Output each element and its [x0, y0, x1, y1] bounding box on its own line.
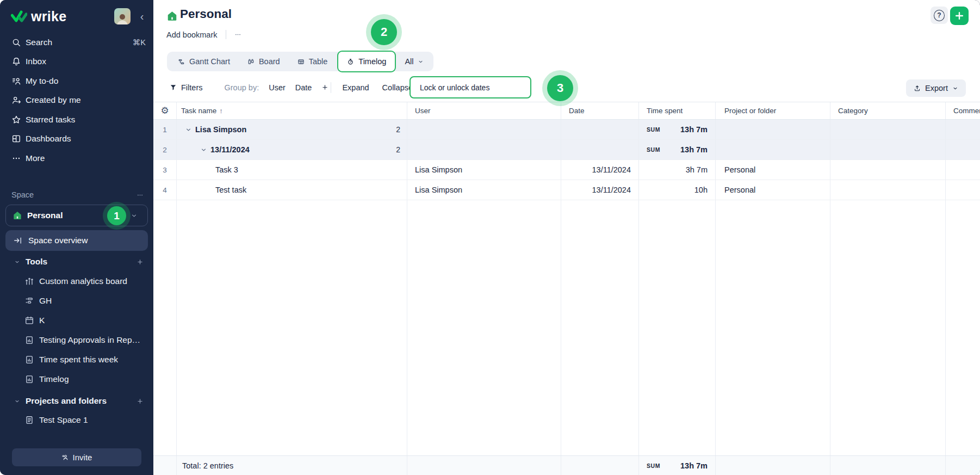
tab-table[interactable]: Table: [289, 52, 337, 71]
table-row[interactable]: 1Lisa Simpson2SUM13h 7m: [153, 120, 980, 140]
column-header-category[interactable]: Category: [830, 102, 946, 119]
calendar-icon: [24, 316, 34, 325]
tool-label: Custom analytics board: [39, 276, 127, 286]
add-grouping-icon[interactable]: [321, 84, 328, 91]
plus-icon: [954, 11, 964, 21]
sidebar-item-time-spent-this-week[interactable]: Time spent this week: [0, 350, 153, 369]
house-icon: [13, 211, 22, 220]
date-cell: [561, 140, 639, 159]
task-name[interactable]: Test task: [181, 186, 246, 194]
sidebar-item-dashboards[interactable]: Dashboards: [0, 129, 153, 149]
task-name[interactable]: Task 3: [181, 165, 238, 174]
space-selector-label: Personal: [27, 211, 63, 220]
time-spent-value: 3h 7m: [686, 165, 708, 174]
gantt-icon: [178, 58, 185, 65]
column-header-time-spent[interactable]: Time spent: [639, 102, 716, 119]
add-tool-icon[interactable]: [137, 258, 144, 266]
filters-button[interactable]: Filters: [181, 83, 202, 92]
table-footer-row: Total: 2 entries SUM 13h 7m: [153, 455, 980, 475]
chevron-down-icon[interactable]: [200, 146, 207, 153]
sidebar-item-my-todo[interactable]: My to-do: [0, 71, 153, 91]
row-number: 3: [153, 160, 177, 180]
all-filter-dropdown[interactable]: All: [397, 57, 431, 66]
sidebar-item-created-by-me[interactable]: Created by me: [0, 91, 153, 110]
task-name-cell[interactable]: 13/11/20242: [177, 140, 407, 159]
projects-section-header[interactable]: Projects and folders: [0, 392, 153, 410]
more-label: More: [26, 153, 45, 163]
group-name: 13/11/2024: [210, 145, 250, 154]
footer-time-spent-cell: SUM 13h 7m: [639, 456, 716, 475]
task-name-cell[interactable]: Task 3: [177, 160, 407, 180]
tool-label: Time spent this week: [39, 355, 118, 365]
time-spent-cell: 10h: [639, 180, 716, 200]
table-row[interactable]: 3Task 3Lisa Simpson13/11/20243h 7mPerson…: [153, 160, 980, 180]
column-header-task-name[interactable]: Task name ↑: [177, 102, 407, 119]
sidebar-item-k[interactable]: K: [0, 311, 153, 330]
column-header-project-or-folder[interactable]: Project or folder: [716, 102, 830, 119]
export-button[interactable]: Export: [906, 79, 966, 97]
board-list-icon: [24, 296, 34, 306]
invite-button[interactable]: Invite: [12, 448, 141, 466]
sidebar-item-more[interactable]: More: [0, 149, 153, 168]
group-by-user-button[interactable]: User: [269, 83, 286, 92]
comment-cell: [946, 160, 980, 180]
sidebar-item-timelog[interactable]: Timelog: [0, 369, 153, 389]
sidebar-collapse-icon[interactable]: ‹: [135, 9, 149, 23]
column-settings-cell[interactable]: ⚙: [153, 102, 177, 119]
search-label: Search: [26, 38, 52, 47]
sidebar-item-space-overview[interactable]: Space overview: [5, 230, 148, 251]
column-header-date[interactable]: Date: [561, 102, 639, 119]
time-spent-value: 13h 7m: [680, 125, 708, 134]
comment-cell: [946, 120, 980, 139]
sidebar-item-search[interactable]: Search ⌘K: [0, 33, 153, 52]
chevron-down-icon: [952, 85, 958, 91]
export-icon: [914, 85, 921, 92]
tool-label: K: [39, 316, 45, 325]
column-header-user[interactable]: User: [407, 102, 561, 119]
table-row[interactable]: 4Test taskLisa Simpson13/11/202410hPerso…: [153, 180, 980, 200]
footer-time-total: 13h 7m: [680, 461, 708, 470]
tools-section-header[interactable]: Tools: [0, 253, 153, 270]
tab-board[interactable]: Board: [239, 52, 289, 71]
collapse-button[interactable]: Collapse: [382, 83, 413, 92]
gear-icon[interactable]: ⚙: [160, 106, 169, 115]
group-by-date-button[interactable]: Date: [295, 83, 312, 92]
project-cell: Personal: [716, 180, 830, 200]
lock-or-unlock-dates-button[interactable]: Lock or unlock dates: [410, 76, 531, 98]
space-options-icon[interactable]: [137, 192, 144, 199]
tab-label: Gantt Chart: [189, 57, 230, 66]
category-cell: [830, 140, 946, 159]
chevron-down-icon[interactable]: [185, 126, 192, 133]
table-row[interactable]: 213/11/20242SUM13h 7m: [153, 140, 980, 160]
invite-label: Invite: [73, 453, 92, 462]
tab-timelog[interactable]: Timelog: [337, 51, 396, 72]
sidebar-item-test-space-1[interactable]: Test Space 1: [0, 410, 153, 430]
group-count: 2: [396, 125, 407, 134]
help-button[interactable]: ?: [931, 7, 948, 24]
dashboards-label: Dashboards: [26, 134, 71, 144]
starred-tasks-label: Starred tasks: [26, 115, 75, 125]
sidebar-item-gh[interactable]: GH: [0, 291, 153, 311]
avatar[interactable]: [114, 8, 131, 24]
tool-label: Timelog: [39, 374, 69, 384]
group-count: 2: [396, 145, 407, 154]
add-bookmark-button[interactable]: Add bookmark: [166, 30, 218, 39]
column-header-comments[interactable]: Comments: [946, 102, 980, 119]
expand-button[interactable]: Expand: [342, 83, 369, 92]
create-new-button[interactable]: [950, 7, 969, 25]
analytics-icon: [24, 276, 34, 286]
tab-gantt-chart[interactable]: Gantt Chart: [169, 52, 239, 71]
task-name-cell[interactable]: Test task: [177, 180, 407, 200]
sidebar-item-testing-approvals[interactable]: Testing Approvals in Rep…: [0, 330, 153, 350]
task-name-cell[interactable]: Lisa Simpson2: [177, 120, 407, 139]
project-cell: [716, 120, 830, 139]
time-spent-cell: 3h 7m: [639, 160, 716, 180]
bell-icon: [11, 57, 21, 66]
person-arrow-icon: [11, 95, 21, 105]
add-project-icon[interactable]: [137, 398, 144, 405]
sidebar-item-inbox[interactable]: Inbox: [0, 52, 153, 72]
sidebar-item-starred-tasks[interactable]: Starred tasks: [0, 110, 153, 129]
sidebar-item-custom-analytics-board[interactable]: Custom analytics board: [0, 272, 153, 291]
divider: [226, 30, 226, 39]
more-options-icon[interactable]: [234, 31, 241, 38]
